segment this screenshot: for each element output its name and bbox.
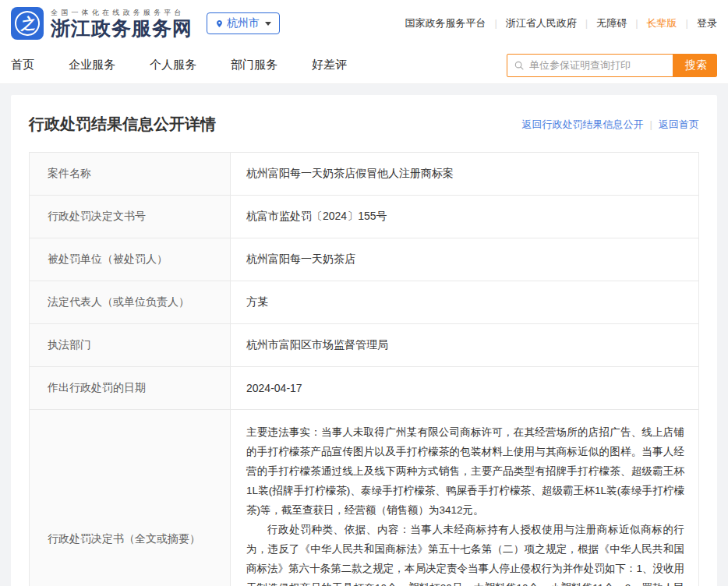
row-label: 作出行政处罚的日期 bbox=[30, 367, 231, 409]
city-selector-label: 杭州市 bbox=[227, 16, 260, 30]
logo-glyph: 之 bbox=[13, 9, 41, 37]
table-row-penalty-date: 作出行政处罚的日期 2024-04-17 bbox=[30, 367, 698, 410]
table-row-case-name: 案件名称 杭州富阳每一天奶茶店假冒他人注册商标案 bbox=[30, 153, 698, 196]
link-provincial-gov[interactable]: 浙江省人民政府 bbox=[486, 16, 576, 30]
link-elder-version[interactable]: 长辈版 bbox=[627, 16, 677, 30]
search-box: 搜索 bbox=[507, 54, 717, 77]
nav-item-personal-services[interactable]: 个人服务 bbox=[150, 58, 196, 72]
nav-item-enterprise-services[interactable]: 企业服务 bbox=[69, 58, 115, 72]
penalty-detail-table: 案件名称 杭州富阳每一天奶茶店假冒他人注册商标案 行政处罚决定文书号 杭富市监处… bbox=[29, 152, 699, 586]
row-label: 执法部门 bbox=[30, 324, 231, 366]
row-label: 被处罚单位（被处罚人） bbox=[30, 238, 231, 281]
location-pin-icon bbox=[215, 19, 224, 28]
nav-items: 首页 企业服务 个人服务 部门服务 好差评 bbox=[11, 58, 347, 72]
back-to-home-link[interactable]: 返回首页 bbox=[644, 118, 699, 132]
top-utility-links: 国家政务服务平台 浙江省人民政府 无障碍 长辈版 登录 bbox=[405, 16, 717, 30]
row-label: 法定代表人（或单位负责人） bbox=[30, 281, 231, 323]
search-input-wrap bbox=[507, 55, 673, 76]
row-label: 行政处罚决定文书号 bbox=[30, 196, 231, 238]
table-row-penalty-decision: 行政处罚决定书（全文或摘要） 主要违法事实：当事人未取得广州某有限公司商标许可，… bbox=[30, 410, 698, 586]
table-row-enforcement-department: 执法部门 杭州市富阳区市场监督管理局 bbox=[30, 324, 698, 367]
site-logo-icon: 之 bbox=[11, 7, 44, 40]
header-links: 返回行政处罚结果信息公开 返回首页 bbox=[522, 118, 699, 132]
nav-item-department-services[interactable]: 部门服务 bbox=[231, 58, 277, 72]
table-row-legal-representative: 法定代表人（或单位负责人） 方某 bbox=[30, 281, 698, 324]
row-value: 杭富市监处罚〔2024〕155号 bbox=[231, 196, 698, 238]
card-header: 行政处罚结果信息公开详情 返回行政处罚结果信息公开 返回首页 bbox=[29, 114, 699, 135]
link-national-platform[interactable]: 国家政务服务平台 bbox=[405, 16, 486, 30]
content-area: 行政处罚结果信息公开详情 返回行政处罚结果信息公开 返回首页 案件名称 杭州富阳… bbox=[0, 84, 728, 586]
top-bar: 之 全国一体化在线政务服务平台 浙江政务服务网 杭州市 国家政务服务平台 浙江省… bbox=[0, 0, 728, 47]
table-row-punished-party: 被处罚单位（被处罚人） 杭州富阳每一天奶茶店 bbox=[30, 238, 698, 281]
nav-item-rating[interactable]: 好差评 bbox=[312, 58, 347, 72]
row-value: 杭州市富阳区市场监督管理局 bbox=[231, 324, 698, 366]
page-title: 行政处罚结果信息公开详情 bbox=[29, 114, 216, 135]
search-input[interactable] bbox=[529, 59, 666, 71]
detail-card: 行政处罚结果信息公开详情 返回行政处罚结果信息公开 返回首页 案件名称 杭州富阳… bbox=[11, 95, 717, 586]
row-label: 案件名称 bbox=[30, 153, 231, 195]
back-to-list-link[interactable]: 返回行政处罚结果信息公开 bbox=[522, 118, 644, 132]
link-accessibility[interactable]: 无障碍 bbox=[577, 16, 627, 30]
nav-item-home[interactable]: 首页 bbox=[11, 58, 34, 72]
row-value: 2024-04-17 bbox=[231, 367, 698, 409]
row-value: 杭州富阳每一天奶茶店假冒他人注册商标案 bbox=[231, 153, 698, 195]
search-button[interactable]: 搜索 bbox=[673, 55, 717, 76]
site-name: 浙江政务服务网 bbox=[51, 18, 193, 40]
row-value: 方某 bbox=[231, 281, 698, 323]
search-icon bbox=[514, 60, 525, 71]
table-row-document-number: 行政处罚决定文书号 杭富市监处罚〔2024〕155号 bbox=[30, 196, 698, 238]
row-value: 主要违法事实：当事人未取得广州某有限公司商标许可，在其经营场所的店招广告、线上店… bbox=[231, 410, 698, 586]
decision-paragraph-penalty: 行政处罚种类、依据、内容：当事人未经商标持有人授权使用与注册商标近似商标的行为，… bbox=[246, 520, 684, 586]
row-label: 行政处罚决定书（全文或摘要） bbox=[30, 410, 231, 586]
logo-text: 全国一体化在线政务服务平台 浙江政务服务网 bbox=[51, 8, 193, 40]
city-selector[interactable]: 杭州市 bbox=[207, 12, 280, 34]
site-logo[interactable]: 之 全国一体化在线政务服务平台 浙江政务服务网 bbox=[11, 7, 193, 40]
decision-paragraph-facts: 主要违法事实：当事人未取得广州某有限公司商标许可，在其经营场所的店招广告、线上店… bbox=[246, 422, 684, 520]
chevron-down-icon bbox=[265, 22, 271, 26]
row-value: 杭州富阳每一天奶茶店 bbox=[231, 238, 698, 281]
main-nav: 首页 企业服务 个人服务 部门服务 好差评 搜索 bbox=[0, 47, 728, 84]
link-login[interactable]: 登录 bbox=[677, 16, 717, 30]
platform-tagline: 全国一体化在线政务服务平台 bbox=[51, 8, 193, 18]
